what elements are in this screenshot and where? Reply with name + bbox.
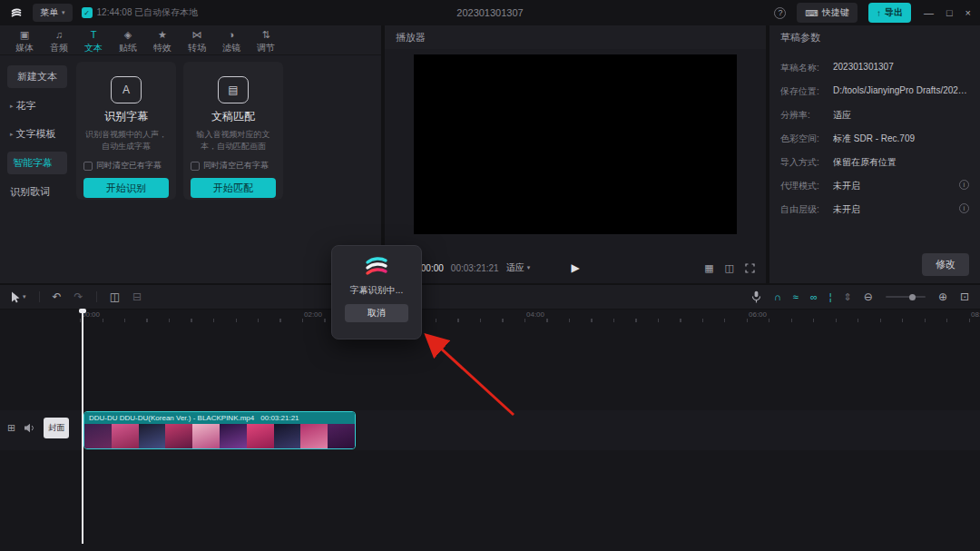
start-match-button[interactable]: 开始匹配 (191, 178, 276, 198)
clear-existing-subtitles-checkbox[interactable]: 同时清空已有字幕 (83, 160, 169, 172)
cursor-icon (11, 291, 21, 303)
zoom-out-button[interactable]: ⊖ (864, 290, 873, 303)
clip-thumbnail (112, 424, 139, 449)
transition-icon: ⋈ (192, 29, 202, 40)
shortcuts-button[interactable]: ⌨ 快捷键 (797, 3, 857, 23)
sidebar-item-label: 识别歌词 (10, 185, 50, 199)
tab-filter[interactable]: ◑ 滤镜 (214, 29, 249, 54)
player-header: 播放器 (385, 25, 766, 49)
ruler-ticks (80, 319, 980, 322)
fit-timeline-button[interactable]: ⊡ (960, 290, 969, 303)
minimize-button[interactable]: — (924, 7, 934, 18)
clip-thumbnail (84, 424, 112, 449)
track-height-toggle[interactable]: ⇕ (844, 291, 852, 303)
tab-label: 滤镜 (222, 42, 240, 54)
video-clip[interactable]: DDU-DU DDU-DU(Korean Ver.) - BLACKPINK.m… (83, 411, 356, 449)
card-recognize-subtitle: A 识别字幕 识别音视频中的人声，自动生成字幕 同时清空已有字幕 开始识别 (76, 62, 176, 200)
checkbox-label: 同时清空已有字幕 (203, 160, 269, 172)
tab-text[interactable]: T 文本 (76, 29, 111, 54)
clip-thumbnail (192, 424, 220, 449)
tab-label: 特效 (153, 42, 172, 54)
player-controls: 00:00:00:00 00:03:21:21 适应 ▾ ▶ ▦ ◫ (396, 260, 755, 276)
sticker-icon: ◈ (124, 29, 132, 40)
ruler-label: 06:00 (749, 310, 767, 319)
effects-icon: ★ (158, 29, 167, 40)
main-track-magnet-toggle[interactable]: ∩ (774, 291, 781, 302)
auto-snap-toggle[interactable]: ≈ (793, 291, 799, 302)
start-recognize-button[interactable]: 开始识别 (83, 178, 169, 198)
linkage-toggle[interactable]: ∞ (810, 291, 818, 302)
draft-title: 草稿参数 (780, 31, 820, 44)
zoom-in-button[interactable]: ⊕ (938, 290, 947, 303)
layer-info-icon[interactable]: i (959, 203, 969, 213)
redo-button[interactable]: ↷ (74, 290, 83, 303)
scale-select[interactable]: 适应 ▾ (506, 261, 531, 274)
draft-row-location: 保存位置: D:/tools/JianyingPro Drafts/202301… (780, 85, 969, 98)
sidebar-item-label: 文字模板 (16, 127, 56, 141)
select-tool-button[interactable]: ▾ (11, 291, 26, 303)
tab-transition[interactable]: ⋈ 转场 (180, 29, 214, 54)
adjust-icon: ⇅ (261, 29, 270, 40)
track-controls: ⊞ 封面 (7, 418, 69, 438)
menu-label: 菜单 (40, 6, 58, 19)
clip-thumbnail (328, 424, 355, 449)
draft-row-proxy-mode: 代理模式: 未开启 i (780, 180, 969, 192)
zoom-slider-knob[interactable] (909, 294, 916, 300)
text-sidebar: 新建文本 ▸ 花字 ▸ 文字模板 智能字幕 识别歌词 (7, 65, 67, 202)
playhead[interactable] (82, 310, 83, 544)
maximize-button[interactable]: □ (946, 7, 953, 18)
proxy-info-icon[interactable]: i (959, 180, 969, 190)
player-title: 播放器 (396, 31, 426, 44)
scale-label: 适应 (506, 261, 524, 274)
clear-existing-subtitles-checkbox[interactable]: 同时清空已有字幕 (191, 160, 276, 172)
sidebar-item-smart-subtitle[interactable]: 智能字幕 (7, 152, 67, 174)
cover-button[interactable]: 封面 (44, 418, 69, 438)
tab-sticker[interactable]: ◈ 贴纸 (111, 29, 145, 54)
help-icon[interactable]: ? (774, 7, 786, 19)
close-button[interactable]: × (965, 7, 971, 18)
zoom-slider[interactable] (886, 296, 926, 298)
timeline-ruler[interactable]: 00:00 02:00 04:00 06:00 08:00 (80, 310, 980, 322)
preview-axis-toggle[interactable]: ¦ (829, 291, 832, 302)
modify-button[interactable]: 修改 (922, 253, 969, 276)
timeline: ▾ ↶ ↷ ◫ ⊟ ∩ ≈ ∞ ¦ ⇕ ⊖ ⊕ ⊡ (0, 285, 980, 551)
tab-label: 转场 (188, 42, 206, 54)
tab-effects[interactable]: ★ 特效 (145, 29, 180, 54)
snapshot-icon[interactable]: ▦ (704, 262, 713, 274)
titlebar: 菜单 ▾ ✓ 12:44:08 已自动保存本地 202301301307 ? ⌨… (0, 0, 980, 25)
split-button[interactable]: ◫ (110, 290, 120, 303)
text-icon: T (91, 29, 97, 40)
tab-media[interactable]: ▣ 媒体 (7, 29, 42, 54)
autosave-text: 12:44:08 已自动保存本地 (97, 6, 199, 19)
fullscreen-icon[interactable] (745, 263, 755, 273)
cancel-button[interactable]: 取消 (345, 304, 408, 322)
export-button[interactable]: ↑ 导出 (868, 3, 911, 23)
card-description: 识别音视频中的人声，自动生成字幕 (83, 129, 169, 153)
sidebar-item-recognize-lyrics[interactable]: 识别歌词 (7, 182, 67, 202)
clip-thumbnail (300, 424, 328, 449)
sidebar-item-new-text[interactable]: 新建文本 (7, 65, 67, 88)
chevron-down-icon: ▾ (62, 9, 65, 16)
sidebar-item-text-template[interactable]: ▸ 文字模板 (7, 123, 67, 144)
draft-row-import-mode: 导入方式: 保留在原有位置 (780, 156, 969, 169)
sidebar-item-fancy-text[interactable]: ▸ 花字 (7, 95, 67, 116)
media-icon: ▣ (20, 29, 29, 40)
delete-button[interactable]: ⊟ (132, 290, 142, 303)
mirror-icon[interactable]: ◫ (725, 262, 734, 274)
mute-track-icon[interactable] (24, 423, 35, 433)
undo-button[interactable]: ↶ (53, 290, 62, 303)
tab-adjust[interactable]: ⇅ 调节 (249, 29, 283, 54)
card-description: 输入音视频对应的文本，自动匹配画面 (191, 129, 276, 153)
tab-audio[interactable]: ♫ 音频 (42, 29, 76, 54)
record-audio-button[interactable] (751, 290, 761, 303)
play-button[interactable]: ▶ (571, 261, 579, 274)
draft-row-name: 草稿名称: 202301301307 (780, 62, 969, 74)
checkbox-icon (191, 162, 200, 171)
track-options-icon[interactable]: ⊞ (7, 422, 15, 434)
draft-header: 草稿参数 (769, 25, 980, 49)
sidebar-item-label: 花字 (16, 99, 36, 113)
asset-panel: ▣ 媒体 ♫ 音频 T 文本 ◈ 贴纸 ★ 特效 ⋈ 转场 (0, 25, 381, 283)
draft-params-panel: 草稿参数 草稿名称: 202301301307 保存位置: D:/tools/J… (769, 25, 980, 283)
tab-label: 贴纸 (119, 42, 137, 54)
menu-button[interactable]: 菜单 ▾ (33, 4, 73, 22)
